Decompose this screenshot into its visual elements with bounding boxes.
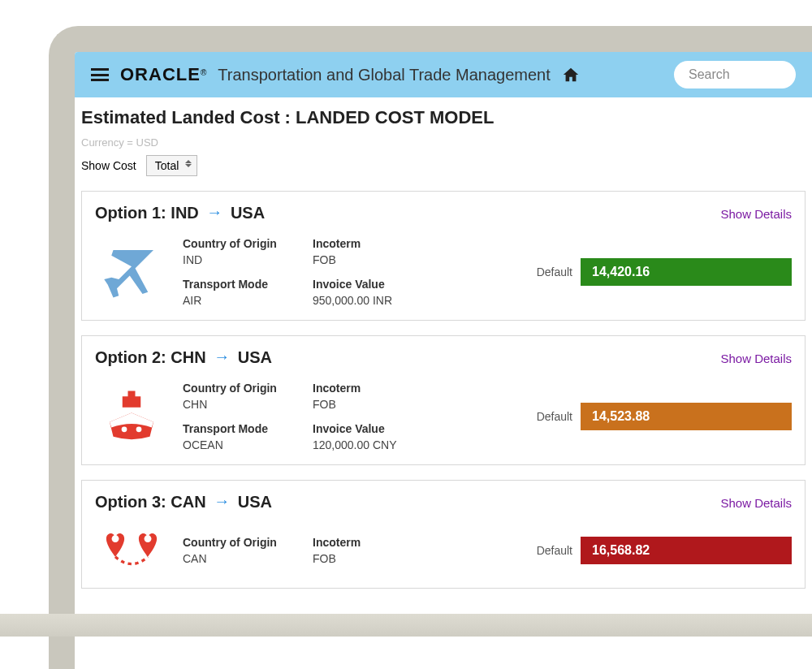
cost-bar: 16,568.82: [581, 537, 792, 564]
ground-route-icon: [95, 526, 168, 575]
option-card-header: Option 3: CAN → USA Show Details: [95, 492, 792, 511]
currency-line: Currency = USD: [81, 136, 806, 149]
arrow-icon: →: [206, 203, 222, 221]
option-title: Option 3: CAN → USA: [95, 492, 272, 511]
field-label: Invoice Value: [313, 422, 455, 435]
cost-column: Default 14,523.88: [537, 403, 792, 430]
option-prefix: Option 2:: [95, 348, 171, 366]
cost-bar: 14,420.16: [581, 258, 792, 286]
show-details-link[interactable]: Show Details: [720, 207, 792, 221]
app-title: Transportation and Global Trade Manageme…: [218, 66, 551, 84]
field-value: IND: [183, 253, 304, 266]
home-icon[interactable]: [562, 66, 580, 84]
transport-mode: Transport Mode OCEAN: [183, 422, 304, 451]
show-details-link[interactable]: Show Details: [720, 496, 792, 510]
option-to: USA: [231, 204, 265, 222]
field-label: Invoice Value: [313, 278, 455, 291]
field-value: OCEAN: [183, 438, 304, 451]
option-from: CAN: [171, 493, 205, 511]
default-label: Default: [537, 410, 572, 423]
default-label: Default: [537, 544, 572, 557]
country-of-origin: Country of Origin CAN: [183, 536, 304, 565]
incoterm: Incoterm FOB: [313, 536, 455, 565]
invoice-value: Invoice Value 120,000.00 CNY: [313, 422, 455, 451]
option-title: Option 2: CHN → USA: [95, 347, 272, 367]
default-label: Default: [537, 265, 572, 278]
ship-icon: [95, 387, 168, 446]
field-value: FOB: [313, 398, 455, 411]
option-card-1: Option 1: IND → USA Show Details Cou: [81, 191, 806, 321]
airplane-icon: [95, 243, 168, 301]
option-prefix: Option 1:: [95, 204, 171, 222]
incoterm: Incoterm FOB: [313, 237, 455, 266]
arrow-icon: →: [214, 347, 230, 365]
device-screen: ORACLE® Transportation and Global Trade …: [75, 52, 812, 669]
arrow-icon: →: [214, 492, 230, 510]
svg-point-5: [145, 535, 152, 542]
show-details-link[interactable]: Show Details: [720, 352, 792, 365]
option-card-2: Option 2: CHN → USA Show Details: [81, 335, 806, 465]
show-cost-label: Show Cost: [81, 159, 136, 172]
field-label: Transport Mode: [183, 422, 304, 435]
info-grid: Country of Origin CAN Incoterm FOB: [183, 536, 455, 565]
option-card-3: Option 3: CAN → USA Show Details: [81, 480, 806, 589]
svg-point-2: [122, 426, 127, 432]
option-from: IND: [171, 204, 198, 222]
cost-column: Default 16,568.82: [537, 537, 792, 564]
field-value: CAN: [183, 552, 304, 565]
svg-point-4: [112, 535, 119, 542]
field-value: 950,000.00 INR: [313, 294, 455, 307]
field-value: FOB: [313, 253, 455, 266]
show-cost-select[interactable]: Total: [146, 155, 198, 176]
field-label: Country of Origin: [183, 382, 304, 395]
invoice-value: Invoice Value 950,000.00 INR: [313, 278, 455, 307]
option-prefix: Option 3:: [95, 493, 171, 511]
option-title: Option 1: IND → USA: [95, 203, 265, 222]
page-content: Estimated Landed Cost : LANDED COST MODE…: [75, 97, 812, 589]
transport-mode: Transport Mode AIR: [183, 278, 304, 307]
field-label: Country of Origin: [183, 237, 304, 250]
field-label: Incoterm: [313, 382, 455, 395]
brand-text: ORACLE: [120, 64, 201, 84]
option-card-body: Country of Origin CHN Incoterm FOB Trans…: [95, 382, 792, 451]
option-card-body: Country of Origin IND Incoterm FOB Trans…: [95, 237, 792, 307]
menu-icon[interactable]: [91, 68, 109, 81]
cost-column: Default 14,420.16: [537, 258, 792, 286]
option-to: USA: [238, 348, 272, 366]
option-card-header: Option 2: CHN → USA Show Details: [95, 347, 792, 367]
country-of-origin: Country of Origin CHN: [183, 382, 304, 411]
field-label: Incoterm: [313, 237, 455, 250]
info-grid: Country of Origin IND Incoterm FOB Trans…: [183, 237, 455, 307]
field-label: Transport Mode: [183, 278, 304, 291]
option-card-header: Option 1: IND → USA Show Details: [95, 203, 792, 222]
svg-rect-1: [128, 391, 136, 399]
info-grid: Country of Origin CHN Incoterm FOB Trans…: [183, 382, 455, 451]
field-label: Incoterm: [313, 536, 455, 549]
country-of-origin: Country of Origin IND: [183, 237, 304, 266]
topbar: ORACLE® Transportation and Global Trade …: [75, 52, 812, 97]
brand-mark: ®: [201, 68, 206, 77]
show-cost-row: Show Cost Total: [81, 155, 806, 176]
field-value: CHN: [183, 398, 304, 411]
page-title: Estimated Landed Cost : LANDED COST MODE…: [81, 107, 806, 128]
option-card-body: Country of Origin CAN Incoterm FOB Defau…: [95, 526, 792, 575]
device-frame: ORACLE® Transportation and Global Trade …: [49, 26, 812, 669]
field-value: FOB: [313, 552, 455, 565]
field-value: 120,000.00 CNY: [313, 438, 455, 451]
incoterm: Incoterm FOB: [313, 382, 455, 411]
option-to: USA: [238, 493, 272, 511]
cost-bar: 14,523.88: [581, 403, 792, 430]
svg-point-3: [136, 426, 142, 432]
field-label: Country of Origin: [183, 536, 304, 549]
search-input[interactable]: Search: [674, 61, 796, 88]
field-value: AIR: [183, 294, 304, 307]
brand-logo: ORACLE®: [120, 64, 206, 85]
device-base: [0, 614, 812, 637]
option-from: CHN: [171, 348, 205, 366]
